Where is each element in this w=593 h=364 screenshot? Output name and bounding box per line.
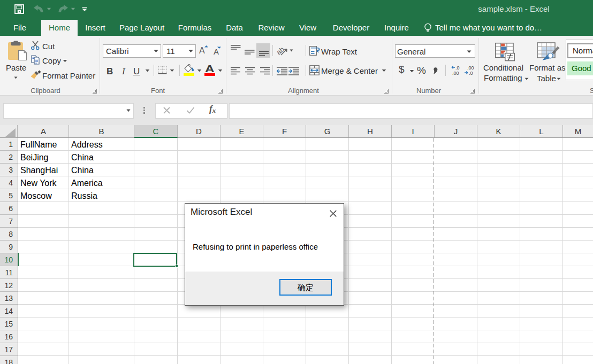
svg-text:ab: ab bbox=[276, 45, 286, 56]
svg-text:.0: .0 bbox=[469, 71, 473, 75]
svg-text:.00: .00 bbox=[452, 71, 459, 75]
svg-text:.0: .0 bbox=[455, 65, 460, 71]
svg-text:.00: .00 bbox=[467, 65, 474, 71]
